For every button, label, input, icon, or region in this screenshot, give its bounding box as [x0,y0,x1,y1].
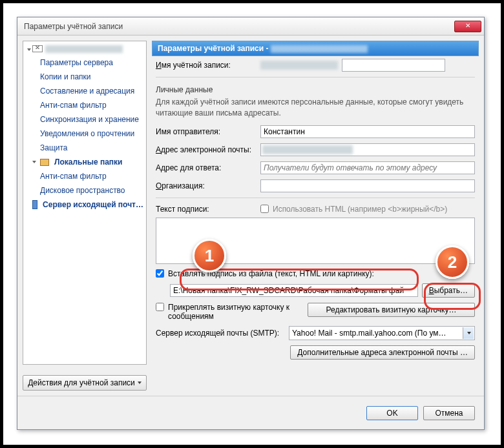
tree-item[interactable]: Составление и адресация [23,84,146,98]
sender-name-input[interactable] [260,125,475,138]
tree-local-folders[interactable]: Локальные папки [23,155,146,169]
account-name-input[interactable] [342,59,445,72]
use-html-label: Использовать HTML (например <b>жирный</b… [273,205,447,214]
tree-item[interactable]: Дисковое пространство [23,183,146,198]
panel-header: Параметры учётной записи - [152,41,479,56]
ok-button[interactable]: OK [366,406,418,420]
cancel-button[interactable]: Отмена [423,406,475,420]
tree-item[interactable]: Анти-спам фильтр [23,98,146,112]
reply-to-label: Адрес для ответа: [156,163,257,172]
signature-from-file-label: Вставлять подпись из файла (текст, HTML … [168,269,374,278]
edit-vcard-button[interactable]: Редактировать визитную карточку… [308,303,475,317]
account-name-label: Имя учётной записи: [156,61,257,70]
reply-to-input[interactable] [260,161,475,174]
tree-item[interactable]: Анти-спам фильтр [23,169,146,183]
chevron-down-icon [138,382,142,384]
folder-icon [40,159,49,166]
email-label: Адрес электронной почты: [156,145,257,154]
smtp-label: Сервер исходящей почты (SMTP): [156,329,285,338]
mail-icon [32,45,43,52]
signature-from-file-checkbox[interactable] [156,269,164,278]
org-label: Организация: [156,181,257,190]
personal-desc: Для каждой учётной записи имеются персон… [152,96,479,123]
tree-smtp[interactable]: Сервер исходящей почт… [23,198,146,212]
personal-group-title: Личные данные [152,81,479,96]
window-title: Параметры учётной записи [24,22,454,31]
server-icon [32,200,37,209]
additional-addresses-button[interactable]: Дополнительные адреса электронной почты … [290,345,475,360]
email-input[interactable] [260,143,475,156]
redacted [260,61,338,70]
tree-account-root[interactable] [23,41,146,56]
account-actions-button[interactable]: Действия для учётной записи [23,375,147,391]
tree-item[interactable]: Защита [23,141,146,155]
tree-item[interactable]: Уведомления о прочтении [23,127,146,141]
sender-name-label: Имя отправителя: [156,127,257,136]
signature-file-path-input[interactable] [170,284,418,297]
dialog-footer: OK Отмена [17,396,484,429]
close-button[interactable]: ✕ [454,21,481,32]
dialog-window: Параметры учётной записи ✕ Параметры сер… [17,17,485,430]
use-html-checkbox[interactable] [260,205,269,213]
tree-item[interactable]: Параметры сервера [23,56,146,70]
org-input[interactable] [260,179,475,192]
accounts-tree[interactable]: Параметры сервера Копии и папки Составле… [23,41,147,365]
attach-vcard-label: Прикреплять визитную карточку к сообщени… [168,303,304,321]
settings-panel: Параметры учётной записи - Имя учётной з… [152,41,479,391]
signature-text-label: Текст подписи: [156,205,257,214]
browse-button[interactable]: Выбрать… [422,283,475,298]
tree-item[interactable]: Копии и папки [23,70,146,84]
attach-vcard-checkbox[interactable] [156,303,164,311]
tree-item[interactable]: Синхронизация и хранение [23,112,146,127]
signature-textarea[interactable] [156,218,475,264]
smtp-select[interactable]: Yahoo! Mail - smtp.mail.yahoo.com (По ум… [289,326,475,340]
titlebar: Параметры учётной записи ✕ [17,17,484,36]
